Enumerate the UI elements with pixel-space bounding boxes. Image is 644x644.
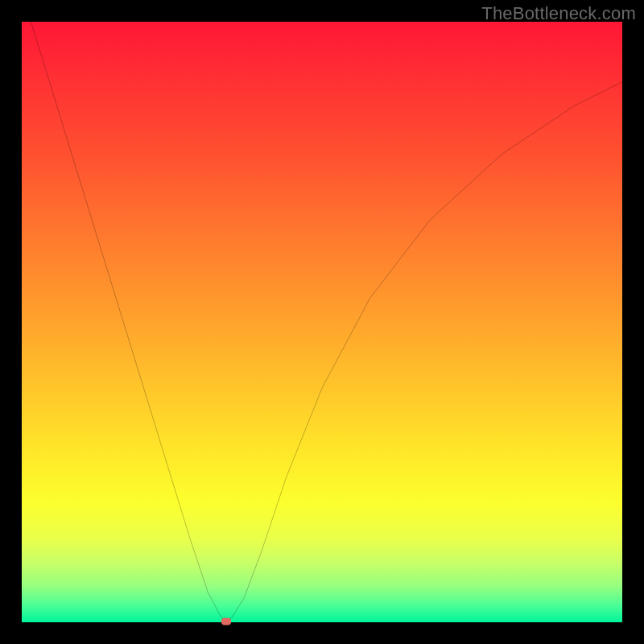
plot-area — [22, 22, 622, 622]
bottleneck-curve — [22, 22, 622, 621]
chart-frame: TheBottleneck.com — [0, 0, 644, 644]
curve-svg — [22, 22, 622, 622]
watermark-text: TheBottleneck.com — [481, 3, 636, 24]
optimum-marker — [221, 617, 231, 625]
